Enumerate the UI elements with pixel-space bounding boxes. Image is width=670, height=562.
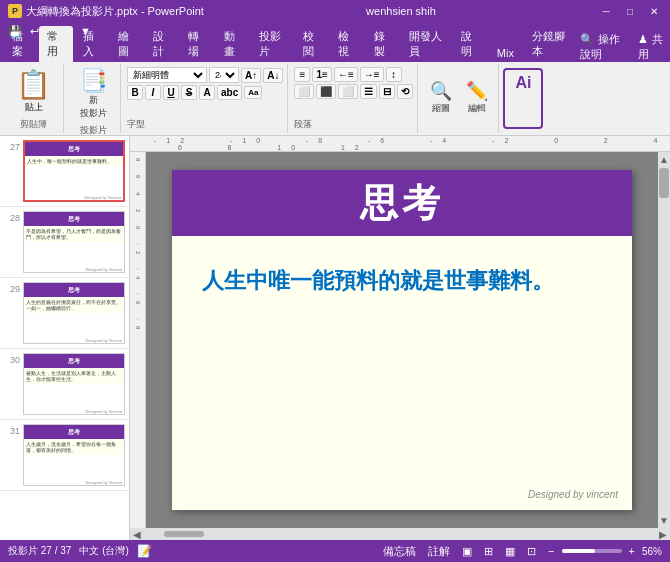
slide-item-30[interactable]: 30 思考 被動人生，生活就是別人牽著走，主動人生，你才能掌控生活。 Desig…: [0, 349, 129, 420]
slide-thumb-30[interactable]: 思考 被動人生，生活就是別人牽著走，主動人生，你才能掌控生活。 Designed…: [23, 353, 125, 415]
zoom-out-btn[interactable]: −: [545, 545, 557, 557]
slide-item-31[interactable]: 31 思考 人生歲月，流金歲月，希望你在每一個角落，都有美好的回憶。 Desig…: [0, 420, 129, 491]
strikethrough-btn[interactable]: S: [181, 85, 197, 100]
ribbon-content: 📋 貼上 剪貼簿 📑 新投影片 投影片 新細明體 24 A↑ A↓: [0, 62, 670, 136]
font-size-select[interactable]: 24: [209, 67, 239, 83]
tab-home[interactable]: 常用: [39, 26, 72, 62]
zoom-thumbnail-btn[interactable]: 🔍 縮圖: [426, 78, 456, 117]
view-normal-btn[interactable]: ▣: [459, 545, 475, 558]
justify-btn[interactable]: ☰: [360, 84, 377, 99]
line-spacing-btn[interactable]: ↕: [386, 67, 402, 82]
slide-27-header: 思考: [25, 142, 123, 156]
scroll-horizontal[interactable]: ◀ ▶: [130, 528, 670, 540]
slide-body[interactable]: 人生中唯一能預料的就是世事難料。: [172, 236, 632, 296]
slide-item-27[interactable]: 27 思考 人生中，唯一能預料的就是世事難料。 Designed by Vinc…: [0, 136, 129, 207]
zoom-fill: [562, 549, 595, 553]
tab-storyboard[interactable]: 分鏡腳本: [524, 26, 575, 62]
indent-more-btn[interactable]: →≡: [360, 67, 384, 82]
change-case-btn[interactable]: Aa: [244, 86, 262, 99]
ruler-h-marks: -12 -10 -8 -6 -4 -2 0 2 4 6 8 10 12: [146, 137, 670, 151]
tab-transition[interactable]: 轉場: [180, 26, 213, 62]
text-dir-btn[interactable]: ⟲: [397, 84, 413, 99]
tab-insert[interactable]: 插入: [75, 26, 108, 62]
view-slide-btn[interactable]: ▦: [502, 545, 518, 558]
tab-view[interactable]: 檢視: [330, 26, 363, 62]
font-color-btn[interactable]: A: [199, 85, 215, 100]
notes-indicator[interactable]: 📝: [137, 544, 152, 558]
app-icon: P: [8, 4, 22, 18]
slide-main-text: 人生中唯一能預料的就是世事難料。: [202, 266, 602, 296]
slide-group-label: 投影片: [80, 122, 107, 137]
tab-animation[interactable]: 動畫: [216, 26, 249, 62]
slide-29-body: 人生的意義在於擔當責任，而不在於享受。一如一，她繼續前行。: [24, 297, 124, 313]
ribbon-tabs: 檔案 常用 插入 繪圖 設計 轉場 動畫 投影片 校閱 檢視 錄製 開發人員 說…: [0, 40, 670, 62]
scroll-up-btn[interactable]: ▲: [658, 152, 670, 167]
italic-btn[interactable]: I: [145, 85, 161, 100]
tab-help[interactable]: 說明: [453, 26, 486, 62]
bullet-btn[interactable]: ≡: [294, 67, 310, 82]
new-slide-btn[interactable]: 📑 新投影片: [76, 66, 111, 122]
comments-btn[interactable]: 註解: [425, 544, 453, 559]
increase-font-btn[interactable]: A↑: [241, 68, 261, 83]
slide-27-footer: Designed by Vincent: [84, 195, 121, 200]
minimize-btn[interactable]: ─: [598, 4, 614, 18]
slide-item-28[interactable]: 28 思考 不是因為有希望，乃人才奮鬥，而是因為奮鬥，所以才有希望。 Desig…: [0, 207, 129, 278]
new-slide-icon: 📑: [80, 68, 107, 94]
tab-design[interactable]: 設計: [145, 26, 178, 62]
zoom-value: 56%: [642, 546, 662, 557]
slide-thumb-29[interactable]: 思考 人生的意義在於擔當責任，而不在於享受。一如一，她繼續前行。 Designe…: [23, 282, 125, 344]
align-right-btn[interactable]: ⬜: [338, 84, 358, 99]
tab-mix[interactable]: Mix: [489, 44, 522, 62]
ruler-horizontal: -12 -10 -8 -6 -4 -2 0 2 4 6 8 10 12: [130, 136, 670, 152]
maximize-btn[interactable]: □: [622, 4, 638, 18]
close-btn[interactable]: ✕: [646, 4, 662, 18]
tab-draw[interactable]: 繪圖: [110, 26, 143, 62]
slide-thumb-27[interactable]: 思考 人生中，唯一能預料的就是世事難料。 Designed by Vincent: [23, 140, 125, 202]
zoom-track[interactable]: [562, 549, 622, 553]
share-btn[interactable]: ♟ 共用: [638, 32, 666, 62]
ai-btn[interactable]: Ai: [511, 72, 535, 94]
slide-31-footer: Designed by Vincent: [85, 480, 122, 485]
slide-thumb-31[interactable]: 思考 人生歲月，流金歲月，希望你在每一個角落，都有美好的回憶。 Designed…: [23, 424, 125, 486]
edit-label: 編輯: [468, 102, 486, 115]
align-left-btn[interactable]: ⬜: [294, 84, 314, 99]
tab-review[interactable]: 校閱: [295, 26, 328, 62]
align-center-btn[interactable]: ⬛: [316, 84, 336, 99]
zoom-in-btn[interactable]: +: [626, 545, 638, 557]
slide-item-29[interactable]: 29 思考 人生的意義在於擔當責任，而不在於享受。一如一，她繼續前行。 Desi…: [0, 278, 129, 349]
slide-canvas[interactable]: 思考 人生中唯一能預料的就是世事難料。 Designed by vincent: [172, 170, 632, 510]
scroll-vertical[interactable]: ▲ ▼: [658, 152, 670, 528]
indent-less-btn[interactable]: ←≡: [334, 67, 358, 82]
search-btn[interactable]: 🔍 操作說明: [580, 32, 628, 62]
font-group-label: 字型: [127, 116, 283, 131]
char-space-btn[interactable]: abc: [217, 85, 242, 100]
ai-label: Ai: [515, 74, 531, 92]
edit-btn[interactable]: ✏️ 編輯: [462, 78, 492, 117]
slide-31-body: 人生歲月，流金歲月，希望你在每一個角落，都有美好的回憶。: [24, 439, 124, 455]
tab-file[interactable]: 檔案: [4, 26, 37, 62]
bold-btn[interactable]: B: [127, 85, 143, 100]
numbering-btn[interactable]: 1≡: [312, 67, 331, 82]
view-outline-btn[interactable]: ⊞: [481, 545, 496, 558]
notes-btn[interactable]: 備忘稿: [380, 544, 419, 559]
title-bar-left: P 大綱轉換為投影片.pptx - PowerPoint: [8, 4, 204, 19]
scroll-down-btn[interactable]: ▼: [658, 513, 670, 528]
slide-28-footer: Designed by Vincent: [85, 267, 122, 272]
status-left: 投影片 27 / 37 中文 (台灣) 📝: [8, 544, 152, 558]
scroll-left-btn[interactable]: ◀: [130, 529, 144, 540]
underline-btn[interactable]: U: [163, 85, 179, 100]
tab-record[interactable]: 錄製: [366, 26, 399, 62]
tab-developer[interactable]: 開發人員: [401, 26, 452, 62]
tab-slideshow[interactable]: 投影片: [251, 26, 293, 62]
scroll-right-btn[interactable]: ▶: [656, 529, 670, 540]
slide-28-body: 不是因為有希望，乃人才奮鬥，而是因為奮鬥，所以才有希望。: [24, 226, 124, 242]
columns-btn[interactable]: ⊟: [379, 84, 395, 99]
slide-thumb-28[interactable]: 思考 不是因為有希望，乃人才奮鬥，而是因為奮鬥，所以才有希望。 Designed…: [23, 211, 125, 273]
content-area: -12 -10 -8 -6 -4 -2 0 2 4 6 8 10 12 8 6 …: [130, 136, 670, 540]
scroll-thumb-h[interactable]: [164, 531, 204, 537]
paste-btn[interactable]: 📋 貼上: [10, 66, 57, 116]
scroll-thumb-v[interactable]: [659, 168, 669, 198]
decrease-font-btn[interactable]: A↓: [263, 68, 283, 83]
font-family-select[interactable]: 新細明體: [127, 67, 207, 83]
view-reading-btn[interactable]: ⊡: [524, 545, 539, 558]
